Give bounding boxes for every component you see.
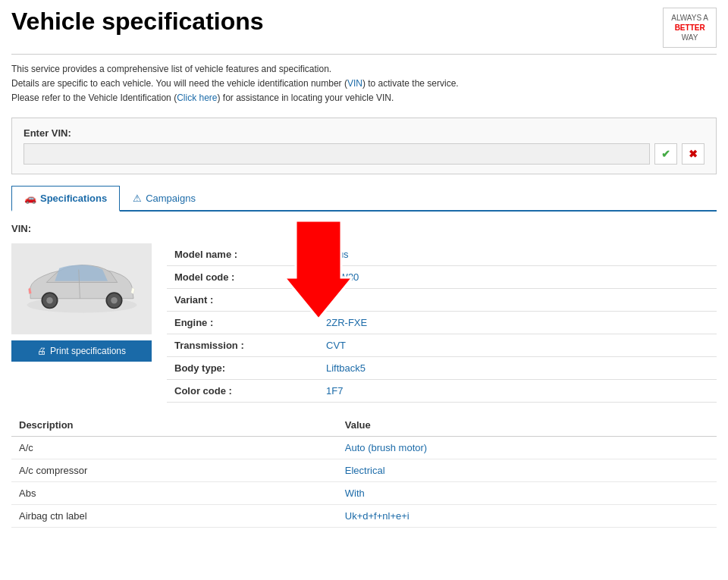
print-icon: 🖨 xyxy=(37,346,46,356)
row-description: Abs xyxy=(11,481,337,504)
spec-label: Body type: xyxy=(167,356,318,379)
table-row: A/cAuto (brush motor) xyxy=(11,436,717,459)
tab-bar: 🚗 Specifications ⚠ Campaigns xyxy=(11,186,717,212)
vin-link[interactable]: VIN xyxy=(347,78,362,89)
spec-row: Color code :1F7 xyxy=(167,379,717,402)
description-block: This service provides a comprehensive li… xyxy=(11,62,717,106)
vehicle-info: 🖨 Print specifications Model name :Prius… xyxy=(11,243,717,403)
tab-campaigns-label: Campaigns xyxy=(146,193,196,204)
logo-line3: WAY xyxy=(671,33,708,42)
spec-value: Prius xyxy=(318,243,717,266)
spec-row: Model code :ZVW30 xyxy=(167,265,717,288)
vin-input[interactable] xyxy=(24,143,650,165)
desc-line2: Details are specific to each vehicle. Yo… xyxy=(11,77,717,91)
vehicle-image-col: 🖨 Print specifications xyxy=(11,243,152,403)
car-svg xyxy=(17,255,146,323)
vin-display: VIN: xyxy=(11,223,717,234)
page-title: Vehicle specifications xyxy=(11,8,264,36)
vin-label: Enter VIN: xyxy=(24,127,704,139)
spec-value: 1F7 xyxy=(318,379,717,402)
svg-point-4 xyxy=(46,297,53,304)
tab-specifications[interactable]: 🚗 Specifications xyxy=(11,186,120,212)
row-value: With xyxy=(337,481,717,504)
red-arrow xyxy=(284,221,353,321)
svg-marker-0 xyxy=(284,221,353,319)
svg-point-6 xyxy=(111,297,118,304)
row-description: A/c xyxy=(11,436,337,459)
logo-badge: ALWAYS A BETTER WAY xyxy=(663,8,717,48)
desc-line3: Please refer to the Vehicle Identificati… xyxy=(11,91,717,105)
logo-line2: BETTER xyxy=(671,23,708,33)
spec-row: Engine :2ZR-FXE xyxy=(167,311,717,334)
desc-line1: This service provides a comprehensive li… xyxy=(11,62,717,77)
spec-row: Variant : xyxy=(167,288,717,311)
col-description-header: Description xyxy=(11,414,337,437)
vin-section: Enter VIN: ✔ ✖ xyxy=(11,118,717,174)
spec-value: CVT xyxy=(318,334,717,356)
table-row: A/c compressorElectrical xyxy=(11,459,717,481)
description-value-table: Description Value A/cAuto (brush motor)A… xyxy=(11,414,717,528)
spec-row: Model name :Prius xyxy=(167,243,717,266)
table-row: Airbag ctn labelUk+d+f+nl+e+i xyxy=(11,504,717,527)
print-button-label: Print specifications xyxy=(50,346,126,356)
vin-cancel-button[interactable]: ✖ xyxy=(682,143,704,165)
table-row: AbsWith xyxy=(11,481,717,504)
col-value-header: Value xyxy=(337,414,717,437)
click-here-link[interactable]: Click here xyxy=(177,92,217,103)
vin-confirm-button[interactable]: ✔ xyxy=(654,143,677,165)
row-description: A/c compressor xyxy=(11,459,337,481)
tab-spec-label: Specifications xyxy=(40,193,107,204)
tab-campaigns[interactable]: ⚠ Campaigns xyxy=(120,186,209,210)
logo-line1: ALWAYS A xyxy=(671,13,708,23)
row-value: Uk+d+f+nl+e+i xyxy=(337,504,717,527)
spec-label: Color code : xyxy=(167,379,318,402)
spec-value: ZVW30 xyxy=(318,265,717,288)
spec-label: Transmission : xyxy=(167,334,318,356)
spec-row: Transmission :CVT xyxy=(167,334,717,356)
spec-value xyxy=(318,288,717,311)
spec-value: Liftback5 xyxy=(318,356,717,379)
row-value: Auto (brush motor) xyxy=(337,436,717,459)
car-icon: 🚗 xyxy=(24,193,36,204)
vehicle-image xyxy=(11,243,152,334)
spec-row: Body type:Liftback5 xyxy=(167,356,717,379)
row-description: Airbag ctn label xyxy=(11,504,337,527)
warning-icon: ⚠ xyxy=(133,193,142,204)
spec-value: 2ZR-FXE xyxy=(318,311,717,334)
row-value: Electrical xyxy=(337,459,717,481)
vehicle-spec-table: Model name :PriusModel code :ZVW30Varian… xyxy=(167,243,717,403)
print-specifications-button[interactable]: 🖨 Print specifications xyxy=(11,340,152,362)
